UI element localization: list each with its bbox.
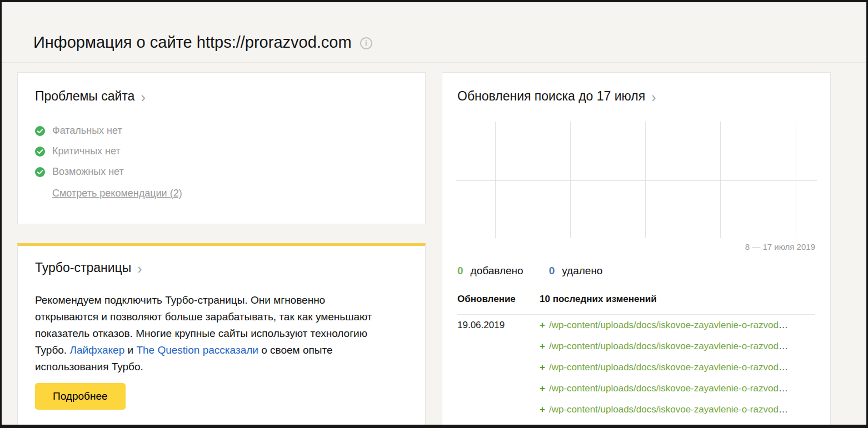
search-updates-card: Обновления поиска до 17 июля › 8 — 17 ию… (442, 72, 831, 428)
turbo-pages-card: Турбо-страницы › Рекомендуем подключить … (17, 243, 426, 428)
changed-url: /wp-content/uploads/docs/iskovoe-zayavle… (549, 320, 779, 330)
plus-icon: + (540, 383, 545, 394)
list-item: Критичных нет (35, 141, 408, 162)
table-row: 19.06.2019 +/wp-content/uploads/docs/isk… (457, 315, 815, 336)
right-column: Обновления поиска до 17 июля › 8 — 17 ию… (442, 72, 831, 428)
changed-url: /wp-content/uploads/docs/iskovoe-zayavle… (549, 362, 779, 372)
added-count: 0 (457, 265, 463, 277)
table-row: +/wp-content/uploads/docs/iskovoe-zayavl… (457, 357, 815, 378)
ellipsis: … (779, 362, 789, 372)
updates-chart (457, 122, 815, 238)
removed-label: удалено (562, 265, 602, 277)
plus-icon: + (540, 404, 545, 415)
updates-heading-link[interactable]: Обновления поиска до 17 июля › (457, 89, 656, 104)
lifehacker-link[interactable]: Лайфхакер (69, 344, 124, 356)
plus-icon: + (540, 362, 545, 372)
changed-url-link[interactable]: +/wp-content/uploads/docs/iskovoe-zayavl… (540, 341, 789, 352)
page-title-text: Информация о сайте https://prorazvod.com (33, 32, 352, 52)
problem-label: Критичных нет (52, 145, 121, 157)
changed-url-link[interactable]: +/wp-content/uploads/docs/iskovoe-zayavl… (540, 404, 789, 415)
updates-title: Обновления поиска до 17 июля (457, 89, 645, 104)
chevron-right-icon: › (141, 92, 145, 103)
update-date: 19.06.2019 (457, 320, 540, 331)
removed-count: 0 (549, 265, 555, 277)
chart-gridline (720, 122, 721, 238)
details-button[interactable]: Подробнее (35, 383, 126, 410)
turbo-heading-link[interactable]: Турбо-страницы › (35, 260, 142, 275)
list-item: Фатальных нет (35, 120, 408, 141)
page-title: Информация о сайте https://prorazvod.com… (33, 32, 866, 52)
check-circle-icon (35, 126, 45, 136)
chart-date-range: 8 — 17 июля 2019 (457, 242, 815, 251)
ellipsis: … (779, 404, 789, 415)
changed-url-link[interactable]: +/wp-content/uploads/docs/iskovoe-zayavl… (540, 362, 789, 373)
removed-stat: 0 удалено (549, 265, 603, 277)
updates-stats: 0 добавлено 0 удалено (457, 265, 815, 277)
chart-gridline (495, 122, 496, 238)
chart-gridline (570, 122, 571, 238)
problems-list: Фатальных нет Критичных нет Возможных не… (35, 120, 408, 182)
check-circle-icon (35, 167, 45, 177)
plus-icon: + (540, 320, 545, 330)
ellipsis: … (779, 320, 789, 330)
check-circle-icon (35, 147, 45, 157)
table-row: +/wp-content/uploads/docs/iskovoe-zayavl… (457, 399, 815, 420)
turbo-text-2: и (124, 344, 136, 356)
left-column: Проблемы сайта › Фатальных нет Кр (17, 72, 426, 428)
changed-url-link[interactable]: +/wp-content/uploads/docs/iskovoe-zayavl… (540, 383, 789, 394)
ellipsis: … (779, 341, 789, 351)
column-header-update: Обновление (457, 294, 540, 305)
ellipsis: … (779, 383, 789, 394)
list-item: Возможных нет (35, 162, 408, 182)
problem-label: Фатальных нет (52, 125, 122, 137)
content-columns: Проблемы сайта › Фатальных нет Кр (17, 72, 866, 428)
added-stat: 0 добавлено (457, 265, 523, 277)
turbo-title: Турбо-страницы (35, 260, 131, 275)
chevron-right-icon: › (651, 92, 656, 103)
site-problems-card: Проблемы сайта › Фатальных нет Кр (17, 72, 426, 224)
table-row: +/wp-content/uploads/docs/iskovoe-zayavl… (457, 378, 815, 399)
chevron-right-icon: › (137, 263, 142, 274)
changed-url: /wp-content/uploads/docs/iskovoe-zayavle… (549, 341, 779, 351)
changed-url-link[interactable]: +/wp-content/uploads/docs/iskovoe-zayavl… (540, 320, 789, 331)
changed-url: /wp-content/uploads/docs/iskovoe-zayavle… (549, 383, 779, 394)
updates-table-header: Обновление 10 последних изменений (457, 294, 815, 305)
site-problems-heading-link[interactable]: Проблемы сайта › (35, 89, 146, 104)
info-icon[interactable]: i (360, 37, 372, 49)
column-header-changes: 10 последних изменений (540, 294, 657, 305)
header-divider (2, 62, 866, 63)
site-problems-title: Проблемы сайта (35, 89, 134, 104)
problem-label: Возможных нет (52, 166, 124, 178)
page: Информация о сайте https://prorazvod.com… (0, 0, 868, 428)
turbo-description: Рекомендуем подключить Турбо-страницы. О… (35, 292, 382, 375)
added-label: добавлено (471, 265, 523, 277)
changed-url: /wp-content/uploads/docs/iskovoe-zayavle… (549, 404, 779, 415)
chart-gridline (796, 122, 796, 238)
plus-icon: + (540, 341, 545, 351)
chart-gridline (645, 122, 646, 238)
table-row: +/wp-content/uploads/docs/iskovoe-zayavl… (457, 336, 815, 357)
recommendations-link[interactable]: Смотреть рекомендации (2) (52, 188, 182, 199)
the-question-link[interactable]: The Question рассказали (136, 344, 258, 356)
chart-baseline (456, 180, 817, 181)
